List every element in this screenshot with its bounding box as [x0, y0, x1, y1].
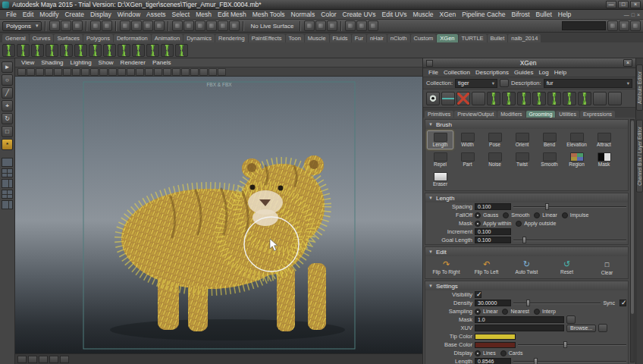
panel-menu-item[interactable]: Lighting — [67, 59, 95, 66]
brush-elevation[interactable]: Elevation — [563, 130, 590, 149]
select-tool[interactable] — [2, 61, 13, 73]
menu-item[interactable]: Display — [87, 11, 114, 18]
xgen-preview-icon[interactable] — [175, 44, 188, 57]
xgen-menu-item[interactable]: Help — [552, 69, 569, 76]
quick-layout-icon[interactable] — [28, 356, 37, 363]
shelf-tab[interactable]: Deformation — [114, 34, 151, 42]
lasso-tool[interactable] — [2, 74, 13, 86]
xgen-groom-tool[interactable] — [2, 139, 13, 150]
brush-smooth[interactable]: Smooth — [536, 150, 563, 169]
xuv-field[interactable] — [475, 325, 564, 331]
brush-eraser[interactable]: Eraser — [427, 170, 453, 189]
xgen-density-brush-icon[interactable] — [118, 44, 130, 57]
isolate-select-icon[interactable] — [209, 68, 217, 76]
brush-region[interactable]: Region — [563, 150, 590, 169]
viewport-canvas[interactable]: FBX & FBX — [15, 77, 422, 353]
collection-dropdown[interactable]: tiger — [455, 79, 497, 88]
command-line-icon[interactable] — [60, 356, 69, 363]
move-tool[interactable] — [2, 100, 13, 111]
spacing-slider[interactable] — [513, 203, 626, 210]
auto-twist-button[interactable]: Auto Twist — [507, 258, 546, 277]
grid-toggle-icon[interactable] — [81, 68, 89, 76]
goal-length-slider[interactable] — [513, 237, 626, 243]
shelf-tab[interactable]: PaintEffects — [249, 34, 285, 42]
export-preview-icon[interactable] — [472, 92, 485, 105]
selection-mode-dropdown[interactable]: Polygons — [2, 21, 42, 31]
settings-mask-field[interactable]: 1.0 — [475, 316, 564, 323]
goal-length-field[interactable]: 0.100 — [475, 237, 511, 243]
shelf-tab[interactable]: Dynamics — [183, 34, 215, 42]
shelf-tab[interactable]: nalb_2014 — [508, 34, 541, 42]
child-minimize-icon[interactable]: — — [624, 12, 629, 17]
falloff-linear-radio[interactable] — [534, 212, 540, 218]
tool-settings-toggle-icon[interactable] — [619, 20, 629, 31]
save-scene-icon[interactable] — [72, 20, 83, 31]
dock-icon[interactable] — [426, 60, 433, 67]
xgen-description-icon[interactable] — [2, 44, 15, 57]
clear-button[interactable]: Clear — [588, 258, 626, 277]
mask-map-icon[interactable] — [566, 315, 576, 324]
field-chart-icon[interactable] — [118, 68, 126, 76]
shelf-tab[interactable]: Fur — [352, 34, 366, 42]
paint-select-tool[interactable] — [2, 87, 13, 99]
xgen-tab[interactable]: Preview/Output — [454, 111, 497, 118]
xuv-options-icon[interactable] — [598, 324, 607, 332]
xgen-tab[interactable]: Grooming — [526, 111, 556, 118]
safe-title-icon[interactable] — [136, 68, 144, 76]
xgen-menu-item[interactable]: Descriptions — [473, 69, 511, 76]
menu-item[interactable]: Edit Mesh — [215, 11, 249, 18]
single-pane-layout[interactable] — [2, 158, 13, 167]
snap-to-grid-icon[interactable] — [172, 20, 183, 31]
render-settings-icon[interactable] — [368, 20, 378, 31]
placement-brush-icon[interactable] — [578, 92, 591, 105]
preview-toggle-icon[interactable] — [426, 92, 440, 105]
xgen-coil-modifier-icon[interactable] — [161, 44, 174, 57]
image-plane-icon[interactable] — [54, 68, 62, 76]
four-pane-layout[interactable] — [2, 168, 13, 177]
channel-box-toggle-icon[interactable] — [630, 20, 641, 31]
brush-part[interactable]: Part — [454, 150, 481, 169]
shelf-tab[interactable]: Polygons — [83, 34, 113, 42]
snap-to-projected-center-icon[interactable] — [206, 20, 217, 31]
sync-checkbox[interactable] — [619, 300, 626, 306]
snap-to-curve-icon[interactable] — [183, 20, 194, 31]
menu-item[interactable]: Create — [61, 11, 87, 18]
falloff-smooth-radio[interactable] — [503, 212, 509, 218]
input-connections-icon[interactable] — [304, 20, 315, 31]
clear-preview-icon[interactable] — [456, 92, 470, 105]
display-cards-radio[interactable] — [500, 350, 507, 356]
shelf-tab[interactable]: Toon — [286, 34, 304, 42]
close-button[interactable]: × — [630, 1, 641, 8]
highlight-selection-icon[interactable] — [154, 20, 165, 31]
menu-item[interactable]: Mesh Tools — [249, 11, 288, 18]
resolution-gate-icon[interactable] — [99, 68, 108, 76]
comb-grass-icon[interactable] — [532, 92, 546, 105]
sampling-nearest-radio[interactable] — [502, 309, 508, 315]
shelf-tab[interactable]: Curves — [30, 34, 54, 42]
minimize-button[interactable]: — — [606, 1, 616, 8]
reset-button[interactable]: Reset — [547, 258, 586, 277]
render-current-frame-icon[interactable] — [345, 20, 356, 31]
tip-color-swatch[interactable] — [475, 334, 516, 340]
outliner-toggle-icon[interactable] — [39, 356, 48, 363]
falloff-gauss-radio[interactable] — [475, 212, 481, 218]
xray-icon[interactable] — [218, 68, 226, 76]
settings-section-header[interactable]: Settings — [425, 281, 628, 290]
xgen-edit-description-icon[interactable] — [17, 44, 30, 57]
shelf-tab[interactable]: Rendering — [215, 34, 248, 42]
shelf-tab[interactable]: Bullet — [488, 34, 508, 42]
brush-attract[interactable]: Attract — [591, 130, 617, 149]
display-lines-radio[interactable] — [475, 350, 481, 356]
maximize-button[interactable]: □ — [618, 1, 629, 8]
attribute-editor-toggle-icon[interactable] — [607, 20, 618, 31]
xgen-groomable-splines-icon[interactable] — [31, 44, 44, 57]
ipr-render-icon[interactable] — [356, 20, 367, 31]
brush-section-header[interactable]: Brush — [425, 120, 628, 129]
child-restore-icon[interactable]: □ — [632, 12, 635, 17]
region-map-icon[interactable] — [593, 92, 607, 105]
shelf-tab[interactable]: TURTLE — [459, 34, 487, 42]
textured-mode-icon[interactable] — [163, 68, 171, 76]
grass-short-icon[interactable] — [502, 92, 516, 105]
menu-item[interactable]: File — [3, 11, 20, 18]
menu-item[interactable]: Bifrost — [508, 11, 532, 18]
